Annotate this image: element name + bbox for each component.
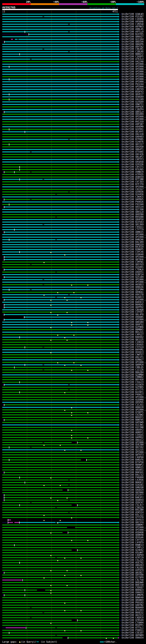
subject-label[interactable]: UniRef100_Q0GN69	[122, 599, 146, 601]
subject-label[interactable]: UniRef100_C3KHC5	[122, 196, 146, 198]
subject-label[interactable]: UniRef100_C1H819	[122, 341, 146, 343]
subject-label[interactable]: UniRef100_Q6L4F8	[122, 313, 146, 316]
subject-label[interactable]: UniRef100_B0Y4S0	[122, 378, 146, 381]
subject-label[interactable]: UniRef100_Q5DCH7	[122, 501, 146, 504]
alignment-bar[interactable]	[2, 349, 118, 350]
subject-label[interactable]: UniRef100_B4E0C3	[122, 301, 146, 304]
subject-label[interactable]: UniRef100_Q39336	[122, 163, 146, 166]
subject-label[interactable]: UniRef100_C4YBT9	[122, 541, 146, 544]
subject-label[interactable]: UniRef100_A8Q1C2	[122, 438, 146, 441]
alignment-bar[interactable]	[2, 176, 118, 178]
subject-label[interactable]: UniRef100_A4S6H8	[122, 20, 146, 23]
alignment-bar[interactable]	[2, 442, 72, 443]
alignment-bar[interactable]	[2, 474, 118, 476]
alignment-bar[interactable]	[2, 424, 118, 425]
alignment-bar[interactable]	[2, 630, 118, 631]
subject-label[interactable]: UniRef100_B5DFX3	[122, 90, 146, 93]
subject-label[interactable]: UniRef100_UPI000..	[122, 278, 146, 281]
alignment-bar[interactable]	[2, 635, 118, 636]
subject-label[interactable]: UniRef100_C0PTF3	[122, 158, 146, 160]
subject-label[interactable]: UniRef100_Q93134	[122, 206, 146, 208]
subject-label[interactable]: UniRef100_Q86SB4	[122, 321, 146, 323]
subject-label[interactable]: UniRef100_C9E2R1	[122, 48, 146, 50]
alignment-bar[interactable]	[4, 232, 118, 232]
subject-label[interactable]: UniRef100_UPI000..	[122, 63, 146, 65]
alignment-bar[interactable]	[4, 319, 118, 320]
alignment-bar[interactable]	[2, 186, 118, 187]
subject-label[interactable]: UniRef100_Q1XGE0	[122, 100, 146, 103]
subject-label[interactable]: UniRef100_UPI000..	[122, 186, 146, 188]
subject-label[interactable]: UniRef100_P49026	[122, 200, 146, 203]
subject-label[interactable]: UniRef100_A7TZ75	[122, 388, 146, 391]
alignment-bar[interactable]	[2, 587, 118, 588]
subject-label[interactable]: UniRef100_UPI000..	[122, 76, 146, 78]
alignment-bar[interactable]	[2, 552, 118, 553]
alignment-bar[interactable]	[2, 89, 118, 90]
subject-label[interactable]: UniRef100_B0ENZ3	[122, 589, 146, 591]
subject-label[interactable]: UniRef100_C1C2G1	[122, 404, 146, 406]
alignment-bar[interactable]	[78, 505, 118, 506]
subject-label[interactable]: UniRef100_Q60FS2	[122, 323, 146, 326]
alignment-bar[interactable]	[4, 384, 118, 385]
alignment-bar[interactable]	[14, 522, 19, 523]
subject-label[interactable]: UniRef100_B4K3F2	[122, 496, 146, 499]
alignment-bar[interactable]	[2, 637, 62, 638]
subject-label[interactable]: UniRef100_A9BKM7	[122, 524, 146, 526]
alignment-bar[interactable]	[4, 269, 118, 270]
subject-label[interactable]: UniRef100_C6TJD3	[122, 180, 146, 183]
alignment-bar[interactable]	[2, 542, 118, 543]
alignment-bar[interactable]	[2, 464, 118, 465]
alignment-bar[interactable]	[2, 297, 118, 298]
subject-label[interactable]: UniRef100_Q9U4Y2	[122, 428, 146, 431]
subject-label[interactable]: UniRef100_C5DGD7	[122, 586, 146, 589]
alignment-bar[interactable]	[2, 547, 118, 548]
subject-label[interactable]: UniRef100_B0EAW0	[122, 581, 146, 584]
subject-label[interactable]: UniRef100_UPI000..	[122, 73, 146, 76]
subject-label[interactable]: UniRef100_UPI000..	[122, 281, 146, 283]
subject-label[interactable]: UniRef100_A6ZIC2	[122, 614, 146, 616]
subject-label[interactable]: UniRef100_B2BF24	[122, 273, 146, 276]
alignment-bar[interactable]	[2, 347, 118, 348]
subject-label[interactable]: UniRef100_C9SQ11	[122, 226, 146, 228]
alignment-bar[interactable]	[24, 317, 118, 318]
subject-label[interactable]: UniRef100_P49027	[122, 394, 146, 396]
subject-label[interactable]: UniRef100_A9RL45	[122, 28, 146, 30]
alignment-bar[interactable]	[4, 259, 118, 260]
alignment-bar[interactable]	[2, 530, 118, 530]
subject-label[interactable]: UniRef100_B8A2B4	[122, 371, 146, 374]
subject-label[interactable]: UniRef100_Q00X27	[122, 36, 146, 38]
alignment-bar[interactable]	[2, 432, 118, 433]
subject-label[interactable]: UniRef100_Q59S46	[122, 536, 146, 539]
alignment-bar[interactable]	[2, 159, 118, 160]
alignment-bar[interactable]	[2, 560, 118, 560]
alignment-bar[interactable]	[2, 354, 118, 355]
alignment-bar[interactable]	[2, 602, 118, 603]
subject-label[interactable]: UniRef100_B2ADC3	[122, 296, 146, 298]
alignment-bar[interactable]	[2, 106, 118, 107]
alignment-bar[interactable]	[4, 299, 118, 300]
alignment-bar[interactable]	[2, 364, 118, 365]
alignment-bar[interactable]	[8, 522, 13, 523]
subject-label[interactable]: UniRef100_Q8LAF2	[122, 156, 146, 158]
alignment-bar[interactable]	[2, 64, 118, 65]
alignment-bar[interactable]	[2, 134, 118, 135]
alignment-bar[interactable]	[4, 500, 118, 500]
subject-label[interactable]: UniRef100_B8NT05	[122, 418, 146, 421]
alignment-bar[interactable]	[2, 46, 118, 47]
alignment-bar[interactable]	[4, 472, 118, 473]
subject-label[interactable]: UniRef100_Q9C4Z6	[122, 153, 146, 156]
subject-label[interactable]: UniRef100_A9XEM9	[122, 126, 146, 128]
alignment-bar[interactable]	[2, 460, 81, 460]
alignment-bar[interactable]	[2, 467, 118, 468]
alignment-bar[interactable]	[2, 129, 118, 130]
subject-label[interactable]: UniRef100_C5E1D7	[122, 632, 146, 634]
alignment-bar[interactable]	[2, 397, 118, 398]
alignment-bar[interactable]	[2, 51, 118, 52]
alignment-bar[interactable]	[4, 172, 118, 172]
alignment-bar[interactable]	[2, 21, 118, 22]
alignment-bar[interactable]	[2, 14, 118, 14]
subject-label[interactable]: UniRef100_B0X0Y1	[122, 416, 146, 418]
alignment-bar[interactable]	[2, 192, 118, 192]
subject-label[interactable]: UniRef100_O65851	[122, 468, 146, 471]
alignment-bar[interactable]	[2, 620, 72, 621]
